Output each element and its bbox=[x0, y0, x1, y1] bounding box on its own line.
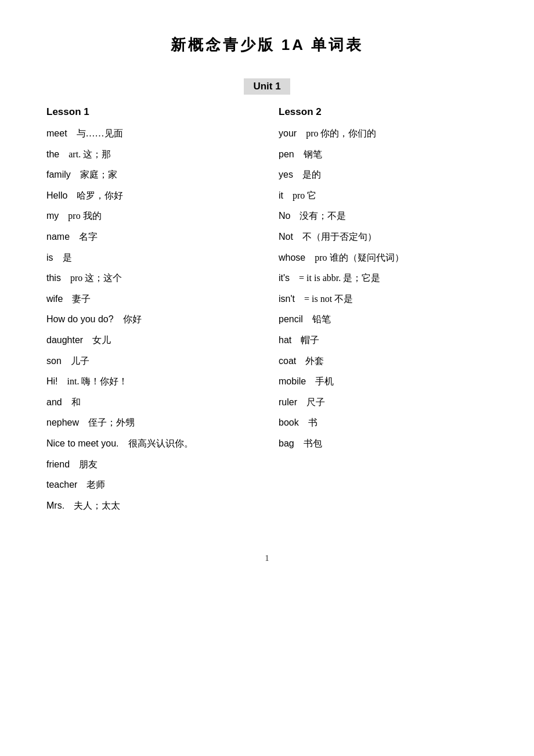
lesson1-column: Lesson 1 meet 与……见面the art. 这；那family 家庭… bbox=[46, 106, 267, 519]
list-item: pen 钢笔 bbox=[279, 147, 488, 162]
word-english: whose bbox=[279, 253, 305, 262]
word-english: friend bbox=[46, 459, 70, 469]
word-chinese: 与……见面 bbox=[77, 128, 123, 138]
lessons-container: Lesson 1 meet 与……见面the art. 这；那family 家庭… bbox=[46, 106, 488, 519]
list-item: is 是 bbox=[46, 250, 255, 265]
word-english: Hi! bbox=[46, 376, 58, 386]
list-item: bag 书包 bbox=[279, 436, 488, 451]
list-item: Hi! int. 嗨！你好！ bbox=[46, 374, 255, 389]
word-chinese: 和 bbox=[71, 397, 81, 407]
word-chinese: 侄子；外甥 bbox=[88, 417, 135, 427]
word-chinese: = it is abbr. 是；它是 bbox=[299, 273, 380, 283]
list-item: whose pro 谁的（疑问代词） bbox=[279, 250, 488, 265]
word-english: mobile bbox=[279, 376, 306, 386]
word-chinese: 家庭；家 bbox=[80, 170, 117, 179]
list-item: family 家庭；家 bbox=[46, 167, 255, 182]
word-english: it's bbox=[279, 273, 290, 283]
word-chinese: 妻子 bbox=[72, 294, 91, 304]
list-item: daughter 女儿 bbox=[46, 333, 255, 348]
list-item: this pro 这；这个 bbox=[46, 271, 255, 286]
list-item: son 儿子 bbox=[46, 354, 255, 369]
list-item: wife 妻子 bbox=[46, 291, 255, 307]
word-chinese: 很高兴认识你。 bbox=[128, 438, 193, 448]
word-english: book bbox=[279, 417, 299, 427]
word-chinese: 尺子 bbox=[306, 397, 325, 407]
word-chinese: 没有；不是 bbox=[300, 211, 346, 221]
word-chinese: 钢笔 bbox=[304, 149, 322, 159]
word-english: the bbox=[46, 149, 59, 159]
list-item: meet 与……见面 bbox=[46, 126, 255, 141]
word-chinese: 书包 bbox=[304, 438, 322, 448]
word-english: Nice to meet you. bbox=[46, 438, 119, 448]
list-item: No 没有；不是 bbox=[279, 208, 488, 224]
word-english: Not bbox=[279, 232, 293, 242]
word-chinese: 老师 bbox=[86, 480, 105, 489]
word-english: Hello bbox=[46, 190, 67, 200]
word-english: my bbox=[46, 211, 59, 221]
list-item: it's = it is abbr. 是；它是 bbox=[279, 271, 488, 286]
word-english: your bbox=[279, 128, 297, 138]
word-english: nephew bbox=[46, 417, 79, 427]
lesson1-title: Lesson 1 bbox=[46, 106, 255, 118]
word-english: hat bbox=[279, 335, 291, 345]
list-item: my pro 我的 bbox=[46, 208, 255, 224]
list-item: Nice to meet you. 很高兴认识你。 bbox=[46, 436, 255, 451]
word-chinese: 夫人；太太 bbox=[74, 501, 120, 510]
lesson1-words: meet 与……见面the art. 这；那family 家庭；家Hello 哈… bbox=[46, 126, 255, 513]
word-english: yes bbox=[279, 170, 293, 179]
lesson2-column: Lesson 2 your pro 你的，你们的pen 钢笔yes 是的it p… bbox=[267, 106, 488, 519]
word-english: name bbox=[46, 232, 70, 242]
list-item: hat 帽子 bbox=[279, 333, 488, 348]
word-english: meet bbox=[46, 128, 67, 138]
list-item: name 名字 bbox=[46, 229, 255, 244]
word-chinese: 朋友 bbox=[79, 459, 98, 469]
word-english: is bbox=[46, 253, 53, 262]
list-item: your pro 你的，你们的 bbox=[279, 126, 488, 141]
list-item: pencil 铅笔 bbox=[279, 312, 488, 327]
word-english: Mrs. bbox=[46, 501, 64, 510]
list-item: Hello 哈罗，你好 bbox=[46, 188, 255, 203]
word-chinese: int. 嗨！你好！ bbox=[67, 376, 128, 386]
word-chinese: = is not 不是 bbox=[304, 294, 353, 304]
list-item: nephew 侄子；外甥 bbox=[46, 415, 255, 430]
word-english: son bbox=[46, 356, 62, 366]
list-item: teacher 老师 bbox=[46, 477, 255, 492]
word-chinese: 铅笔 bbox=[312, 314, 331, 324]
word-english: family bbox=[46, 170, 71, 179]
list-item: friend 朋友 bbox=[46, 457, 255, 472]
word-chinese: 女儿 bbox=[92, 335, 111, 345]
word-chinese: 是的 bbox=[302, 170, 321, 179]
lesson2-title: Lesson 2 bbox=[279, 106, 488, 118]
word-chinese: 儿子 bbox=[71, 356, 89, 366]
page-footer: 1 bbox=[46, 553, 488, 563]
word-english: coat bbox=[279, 356, 296, 366]
word-english: it bbox=[279, 190, 283, 200]
word-english: daughter bbox=[46, 335, 83, 345]
word-chinese: 你好 bbox=[123, 314, 142, 324]
word-english: and bbox=[46, 397, 62, 407]
word-chinese: 帽子 bbox=[301, 335, 319, 345]
word-chinese: pro 我的 bbox=[68, 211, 101, 221]
word-chinese: 哈罗，你好 bbox=[77, 190, 123, 200]
word-english: ruler bbox=[279, 397, 297, 407]
word-chinese: 外套 bbox=[305, 356, 324, 366]
list-item: How do you do? 你好 bbox=[46, 312, 255, 327]
list-item: isn't = is not 不是 bbox=[279, 291, 488, 307]
word-chinese: pro 你的，你们的 bbox=[306, 128, 376, 138]
word-english: pen bbox=[279, 149, 294, 159]
unit-badge: Unit 1 bbox=[244, 78, 290, 95]
list-item: mobile 手机 bbox=[279, 374, 488, 389]
word-chinese: art. 这；那 bbox=[68, 149, 111, 159]
list-item: ruler 尺子 bbox=[279, 395, 488, 410]
lesson2-words: your pro 你的，你们的pen 钢笔yes 是的it pro 它No 没有… bbox=[279, 126, 488, 451]
list-item: the art. 这；那 bbox=[46, 147, 255, 162]
word-chinese: 书 bbox=[308, 417, 317, 427]
word-chinese: pro 谁的（疑问代词） bbox=[315, 253, 403, 262]
list-item: Not 不（用于否定句） bbox=[279, 229, 488, 244]
word-english: teacher bbox=[46, 480, 77, 489]
word-chinese: 手机 bbox=[315, 376, 334, 386]
word-english: this bbox=[46, 273, 61, 283]
word-chinese: 是 bbox=[63, 253, 72, 262]
word-english: pencil bbox=[279, 314, 303, 324]
word-english: wife bbox=[46, 294, 63, 304]
